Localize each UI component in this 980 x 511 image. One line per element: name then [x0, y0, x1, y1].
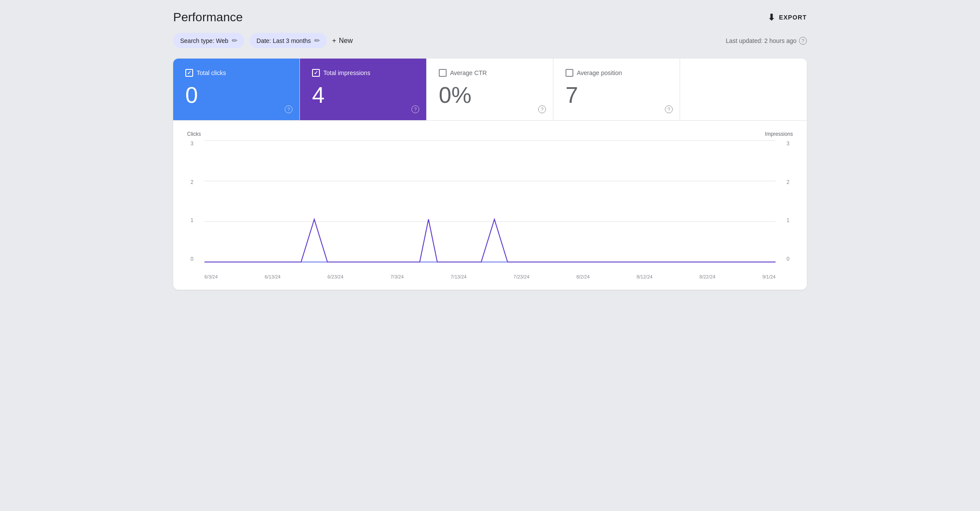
last-updated-text: Last updated: 2 hours ago — [726, 37, 796, 44]
x-label-5: 7/23/24 — [513, 274, 529, 279]
search-type-label: Search type: Web — [180, 37, 228, 44]
impressions-checkmark: ✓ — [314, 70, 318, 76]
metrics-row: ✓ Total clicks 0 ? ✓ Total impressions 4 — [173, 59, 807, 121]
date-edit-icon: ✏ — [314, 36, 320, 45]
clicks-checkbox[interactable]: ✓ — [185, 69, 193, 77]
y-right-1: 1 — [783, 217, 793, 223]
clicks-help: ? — [285, 105, 293, 113]
y-right-0: 0 — [783, 256, 793, 262]
y-axis-left: 3 2 1 0 — [187, 141, 197, 262]
impressions-label: Total impressions — [323, 69, 370, 76]
y-left-0: 0 — [187, 256, 197, 262]
impressions-checkbox[interactable]: ✓ — [312, 69, 320, 77]
metric-header-ctr: Average CTR — [439, 69, 541, 77]
y-left-2: 2 — [187, 179, 197, 185]
date-label: Date: Last 3 months — [257, 37, 311, 44]
clicks-value: 0 — [185, 84, 287, 106]
page-header: Performance ⬇ EXPORT — [173, 10, 807, 24]
page-container: Performance ⬇ EXPORT Search type: Web ✏ … — [173, 10, 807, 290]
clicks-help-icon[interactable]: ? — [285, 105, 293, 113]
export-icon: ⬇ — [768, 12, 776, 23]
metric-header-position: Average position — [566, 69, 668, 77]
clicks-label: Total clicks — [197, 69, 226, 76]
x-label-8: 8/22/24 — [700, 274, 716, 279]
chart-inner — [204, 141, 776, 262]
search-type-filter[interactable]: Search type: Web ✏ — [173, 33, 244, 48]
clicks-checkmark: ✓ — [187, 70, 191, 76]
ctr-help: ? — [538, 105, 546, 113]
chart-axis-labels: Clicks Impressions — [187, 131, 793, 137]
new-button[interactable]: + New — [332, 37, 352, 45]
x-axis: 6/3/24 6/13/24 6/23/24 7/3/24 7/13/24 7/… — [204, 274, 776, 279]
x-label-9: 9/1/24 — [762, 274, 776, 279]
last-updated-help-icon[interactable]: ? — [799, 37, 807, 45]
date-filter[interactable]: Date: Last 3 months ✏ — [250, 33, 327, 48]
metric-header-impressions: ✓ Total impressions — [312, 69, 414, 77]
ctr-help-icon[interactable]: ? — [538, 105, 546, 113]
y-left-1: 1 — [187, 217, 197, 223]
x-label-7: 8/12/24 — [637, 274, 653, 279]
position-label: Average position — [577, 69, 622, 76]
x-label-2: 6/23/24 — [328, 274, 344, 279]
page-title: Performance — [173, 10, 243, 24]
metric-average-position[interactable]: Average position 7 ? — [553, 59, 680, 120]
impressions-help: ? — [411, 105, 419, 113]
position-help-icon[interactable]: ? — [665, 105, 673, 113]
x-label-3: 7/3/24 — [390, 274, 404, 279]
metric-empty — [680, 59, 807, 120]
position-checkbox[interactable] — [566, 69, 573, 77]
ctr-value: 0% — [439, 84, 541, 106]
x-label-4: 7/13/24 — [451, 274, 467, 279]
export-label: EXPORT — [779, 14, 807, 21]
export-button[interactable]: ⬇ EXPORT — [768, 12, 807, 23]
y-left-3: 3 — [187, 141, 197, 147]
metric-total-clicks[interactable]: ✓ Total clicks 0 ? — [173, 59, 300, 120]
metric-header-clicks: ✓ Total clicks — [185, 69, 287, 77]
x-label-0: 6/3/24 — [204, 274, 218, 279]
chart-svg — [204, 141, 776, 262]
y-axis-right: 3 2 1 0 — [783, 141, 793, 262]
y-right-2: 2 — [783, 179, 793, 185]
new-label: New — [339, 37, 353, 45]
plus-icon: + — [332, 37, 336, 45]
x-label-6: 8/2/24 — [576, 274, 590, 279]
metric-total-impressions[interactable]: ✓ Total impressions 4 ? — [300, 59, 427, 120]
ctr-label: Average CTR — [450, 69, 487, 76]
ctr-checkbox[interactable] — [439, 69, 447, 77]
y-right-3: 3 — [783, 141, 793, 147]
impressions-value: 4 — [312, 84, 414, 106]
left-axis-label: Clicks — [187, 131, 201, 137]
main-card: ✓ Total clicks 0 ? ✓ Total impressions 4 — [173, 59, 807, 290]
chart-wrapper: 3 2 1 0 3 2 1 0 — [187, 141, 793, 279]
position-value: 7 — [566, 84, 668, 106]
filters-bar: Search type: Web ✏ Date: Last 3 months ✏… — [173, 33, 807, 48]
metric-average-ctr[interactable]: Average CTR 0% ? — [427, 59, 553, 120]
last-updated: Last updated: 2 hours ago ? — [726, 37, 807, 45]
impressions-help-icon[interactable]: ? — [411, 105, 419, 113]
x-label-1: 6/13/24 — [265, 274, 281, 279]
right-axis-label: Impressions — [765, 131, 793, 137]
position-help: ? — [665, 105, 673, 113]
chart-area: Clicks Impressions 3 2 1 0 3 2 1 0 — [173, 121, 807, 290]
search-type-edit-icon: ✏ — [232, 36, 237, 45]
